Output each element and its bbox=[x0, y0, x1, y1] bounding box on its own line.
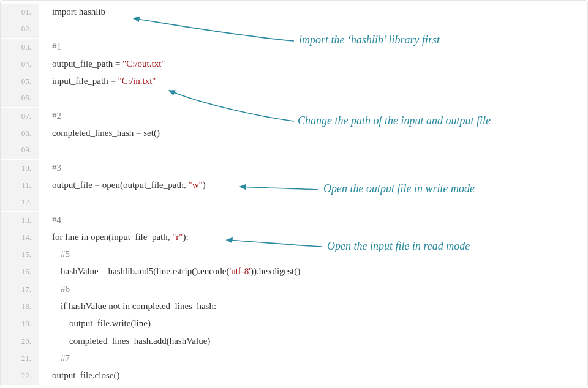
line-content: #7 bbox=[39, 349, 70, 367]
line-content: #3 bbox=[39, 159, 61, 176]
line-number: 22. bbox=[1, 367, 39, 384]
line-number: 15. bbox=[1, 246, 39, 263]
line-number: 11. bbox=[1, 177, 39, 194]
line-content: import hashlib bbox=[39, 3, 105, 20]
line-content: #5 bbox=[39, 245, 70, 263]
line-content: input_file_path = "C:/in.txt" bbox=[39, 72, 156, 89]
line-content: completed_lines_hash.add(hashValue) bbox=[39, 332, 210, 349]
line-content: completed_lines_hash = set() bbox=[39, 124, 160, 141]
code-line: 10.#3 bbox=[1, 159, 587, 176]
line-number: 08. bbox=[1, 125, 39, 142]
line-content: for line in open(input_file_path, "r"): bbox=[39, 228, 189, 245]
code-line: 22.output_file.close() bbox=[1, 367, 587, 384]
line-number: 04. bbox=[1, 56, 39, 73]
line-content: if hashValue not in completed_lines_hash… bbox=[39, 297, 216, 315]
line-number: 12. bbox=[1, 193, 39, 211]
code-line: 03.#1 bbox=[1, 38, 587, 55]
line-number: 10. bbox=[1, 160, 39, 177]
code-line: 15.#5 bbox=[1, 245, 587, 263]
code-line: 07.#2 bbox=[1, 107, 587, 124]
code-line: 13.#4 bbox=[1, 211, 587, 228]
line-number: 05. bbox=[1, 73, 39, 90]
code-line: 16.hashValue = hashlib.md5(line.rstrip()… bbox=[1, 263, 587, 280]
line-number: 14. bbox=[1, 229, 39, 246]
line-number: 13. bbox=[1, 212, 39, 229]
line-content: output_file_path = "C:/out.txt" bbox=[39, 55, 165, 72]
line-number: 09. bbox=[1, 141, 39, 159]
code-line: 12. bbox=[1, 193, 587, 211]
line-content: #2 bbox=[39, 107, 61, 124]
code-line: 08.completed_lines_hash = set() bbox=[1, 124, 587, 141]
line-content: #6 bbox=[39, 280, 70, 297]
line-content: output_file = open(output_file_path, "w"… bbox=[39, 176, 206, 193]
line-number: 03. bbox=[1, 39, 39, 56]
code-line: 18.if hashValue not in completed_lines_h… bbox=[1, 297, 587, 315]
code-line: 04.output_file_path = "C:/out.txt" bbox=[1, 55, 587, 72]
code-line: 01.import hashlib bbox=[1, 3, 587, 20]
line-content: output_file.write(line) bbox=[39, 315, 151, 332]
code-line: 21.#7 bbox=[1, 349, 587, 367]
code-line: 11.output_file = open(output_file_path, … bbox=[1, 176, 587, 193]
line-number: 20. bbox=[1, 333, 39, 350]
code-line: 05.input_file_path = "C:/in.txt" bbox=[1, 72, 587, 89]
line-content: hashValue = hashlib.md5(line.rstrip().en… bbox=[39, 263, 300, 280]
line-number: 18. bbox=[1, 298, 39, 315]
line-number: 17. bbox=[1, 281, 39, 298]
line-number: 06. bbox=[1, 89, 39, 106]
line-content: #4 bbox=[39, 211, 61, 228]
line-content: #1 bbox=[39, 38, 61, 55]
code-line: 17.#6 bbox=[1, 280, 587, 297]
line-content: output_file.close() bbox=[39, 367, 119, 384]
line-number: 19. bbox=[1, 315, 39, 332]
code-line: 06. bbox=[1, 89, 587, 106]
line-number: 01. bbox=[1, 4, 39, 21]
code-line: 19.output_file.write(line) bbox=[1, 315, 587, 332]
line-number: 02. bbox=[1, 20, 39, 37]
code-block: 01.import hashlib02.03.#104.output_file_… bbox=[0, 0, 588, 387]
code-line: 02. bbox=[1, 20, 587, 37]
line-number: 07. bbox=[1, 108, 39, 125]
line-number: 21. bbox=[1, 350, 39, 367]
line-number: 16. bbox=[1, 263, 39, 280]
code-line: 14.for line in open(input_file_path, "r"… bbox=[1, 228, 587, 245]
code-line: 09. bbox=[1, 141, 587, 159]
code-line: 20.completed_lines_hash.add(hashValue) bbox=[1, 332, 587, 349]
